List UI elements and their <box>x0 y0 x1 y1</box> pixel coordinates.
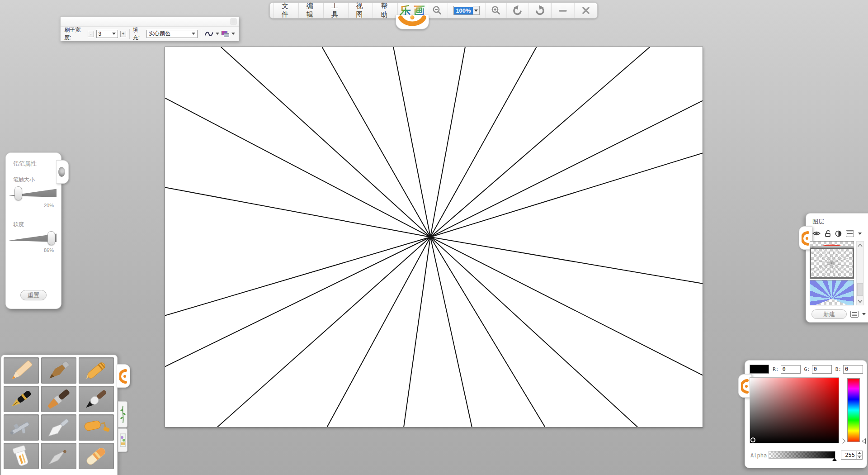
minimize-button[interactable] <box>552 3 575 18</box>
stroke-fill-color-icon[interactable] <box>222 31 229 37</box>
scroll-down-icon[interactable] <box>858 299 863 303</box>
stroke-size-slider[interactable] <box>9 185 58 202</box>
menu-bar: 文件 编辑 工具 视图 帮助 乐 画 100% <box>269 2 598 19</box>
handle-ear-icon <box>741 379 750 394</box>
layer-blend-contrast-icon[interactable] <box>835 230 842 237</box>
stroke-size-label: 笔触大小 <box>13 176 61 184</box>
tool-paint-roller[interactable] <box>79 414 114 441</box>
saturation-value-square[interactable] <box>750 377 839 443</box>
layer-menu-caret-icon[interactable] <box>862 313 866 315</box>
sv-selection-indicator <box>750 437 755 442</box>
stroke-size-thumb[interactable] <box>14 186 22 200</box>
menu-item-edit-label: 编辑 <box>307 2 316 19</box>
layer-list <box>810 241 868 305</box>
zoom-out-icon <box>432 5 442 15</box>
lines-layer-thumbnail <box>811 249 853 278</box>
tool-palette-handle[interactable] <box>117 364 130 388</box>
image-stamp-tab[interactable] <box>118 428 127 452</box>
fill-caret-icon[interactable] <box>192 33 195 35</box>
scroll-up-icon[interactable] <box>858 243 863 247</box>
tool-flat-brush[interactable] <box>41 386 76 412</box>
tool-crayon[interactable] <box>79 357 114 384</box>
menu-item-view[interactable]: 视图 <box>349 3 373 18</box>
softness-label: 软度 <box>13 221 61 228</box>
fill-combo[interactable]: 实心颜色 <box>146 30 198 38</box>
tool-wood-pencil[interactable] <box>41 357 76 384</box>
hue-marker-left-icon[interactable] <box>842 438 846 444</box>
plant-brush-tab[interactable] <box>118 401 127 428</box>
layer-options-caret-icon[interactable] <box>858 233 862 235</box>
layer-item-blue-rays[interactable] <box>810 280 854 305</box>
layer-menu-list-icon[interactable] <box>850 311 859 318</box>
alpha-spinner[interactable]: 255 <box>841 451 863 460</box>
reset-button[interactable]: 重置 <box>20 290 47 300</box>
fill-label: 填充: <box>133 26 144 42</box>
b-input[interactable] <box>843 365 863 374</box>
tool-airbrush[interactable] <box>4 414 39 441</box>
zoom-level-combo[interactable]: 100% <box>448 3 485 18</box>
zoom-in-button[interactable] <box>486 3 507 18</box>
menu-item-file-label: 文件 <box>282 2 291 19</box>
menu-item-help[interactable]: 帮助 <box>373 3 398 18</box>
menu-item-tools[interactable]: 工具 <box>324 3 349 18</box>
tool-eraser[interactable] <box>79 443 114 469</box>
alpha-label: Alpha <box>750 452 767 459</box>
layers-toolbar <box>812 229 868 238</box>
tool-fountain-pen[interactable] <box>4 386 39 412</box>
tool-fine-knife[interactable] <box>41 443 76 469</box>
alpha-spin-up-button[interactable] <box>857 451 862 455</box>
brush-width-combo[interactable]: 3 <box>96 30 118 38</box>
image-stamp-icon <box>120 431 126 449</box>
alpha-slider[interactable] <box>769 451 835 459</box>
close-button[interactable] <box>575 3 597 18</box>
color-caret-icon[interactable] <box>231 33 235 35</box>
layer-lock-icon[interactable] <box>825 230 831 237</box>
undo-button[interactable] <box>507 3 529 18</box>
current-color-swatch[interactable] <box>750 365 769 374</box>
layer-list-scrollbar[interactable] <box>856 241 864 305</box>
menu-item-edit[interactable]: 编辑 <box>299 3 324 18</box>
redo-icon <box>534 5 545 16</box>
tool-ink-brush[interactable] <box>79 386 114 412</box>
hue-bar[interactable] <box>847 378 860 442</box>
handle-hole-icon <box>58 167 65 177</box>
plant-icon <box>120 404 126 425</box>
menu-item-help-label: 帮助 <box>381 2 390 19</box>
tool-colored-pencil[interactable] <box>4 357 39 384</box>
tool-palette-knife[interactable] <box>41 414 76 441</box>
stroke-style-icon[interactable] <box>204 30 213 38</box>
softness-value: 86% <box>6 247 54 253</box>
redo-button[interactable] <box>529 3 551 18</box>
zoom-level-caret[interactable] <box>473 6 479 14</box>
stroke-style-caret-icon[interactable] <box>216 33 219 35</box>
brush-width-minus-button[interactable]: - <box>88 31 94 37</box>
pencil-panel-title: 铅笔属性 <box>13 160 61 168</box>
zoom-out-button[interactable] <box>427 3 448 18</box>
toolbar-separator <box>201 29 201 39</box>
new-layer-button[interactable]: 新建 <box>811 309 847 319</box>
alpha-marker-icon[interactable] <box>832 458 837 461</box>
layer-item-sketch-lines[interactable] <box>810 247 854 279</box>
hue-marker-right-icon[interactable] <box>862 438 866 444</box>
alpha-spin-down-button[interactable] <box>857 455 862 460</box>
softness-slider[interactable] <box>9 230 58 247</box>
brush-window-titlebar[interactable] <box>61 17 239 27</box>
pencil-panel-handle[interactable] <box>56 160 69 184</box>
brush-window-collapse-button[interactable] <box>231 19 236 24</box>
layer-options-list-icon[interactable] <box>846 230 854 237</box>
brush-width-caret-icon[interactable] <box>112 33 116 35</box>
menu-item-tools-label: 工具 <box>331 2 340 19</box>
scrollbar-thumb[interactable] <box>857 283 863 296</box>
layer-item-rainbow[interactable] <box>810 241 854 247</box>
g-input[interactable] <box>812 365 832 374</box>
tool-grid <box>1 355 117 471</box>
menu-item-file[interactable]: 文件 <box>274 3 299 18</box>
r-input[interactable] <box>781 365 801 374</box>
drawing-canvas[interactable] <box>165 47 703 428</box>
brush-width-plus-button[interactable]: + <box>120 31 126 37</box>
softness-thumb[interactable] <box>47 231 55 245</box>
layers-panel-title: 图层 <box>812 218 868 226</box>
tool-marker[interactable] <box>4 443 39 469</box>
layer-visibility-eye-icon[interactable] <box>812 230 821 237</box>
brush-width-value: 3 <box>97 31 112 37</box>
